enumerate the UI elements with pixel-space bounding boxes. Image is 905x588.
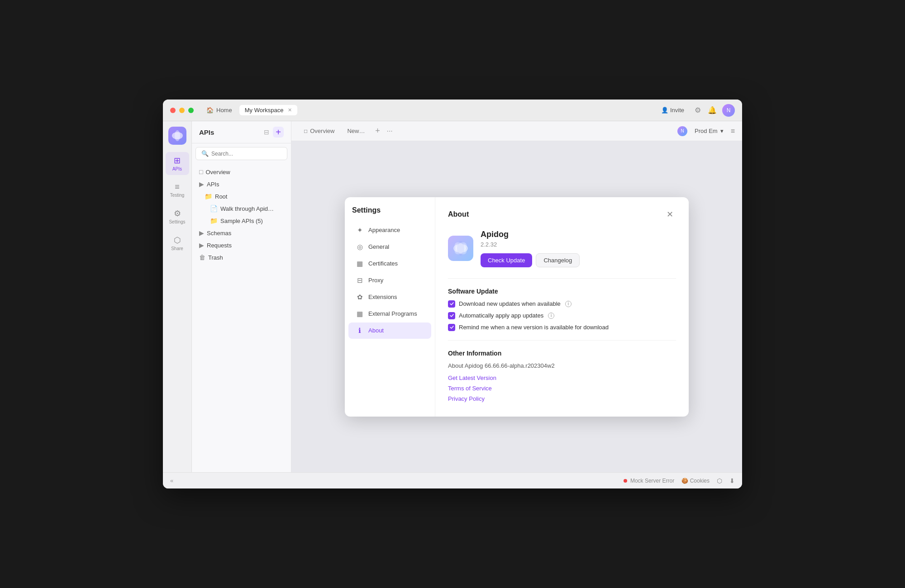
collapse-icon: «: [170, 477, 173, 484]
sidebar-item-testing[interactable]: ≡ Testing: [166, 179, 189, 201]
avatar[interactable]: N: [722, 104, 735, 117]
tree-item-trash[interactable]: 🗑 Trash: [194, 251, 289, 263]
about-text: About Apidog 66.66.66-alpha.r202304w2: [448, 362, 676, 369]
tab-bar: 🏠 Home My Workspace ✕: [201, 105, 657, 115]
appearance-icon: ✦: [356, 226, 364, 234]
settings-nav-certificates[interactable]: ▦ Certificates: [348, 256, 431, 272]
tree-item-schemas[interactable]: ▶ Schemas: [194, 227, 289, 239]
checkbox-download[interactable]: [448, 300, 455, 308]
tree-item-apis[interactable]: ▶ APIs: [194, 178, 289, 190]
sidebar-label-settings: Settings: [169, 219, 185, 224]
mock-server-status[interactable]: Mock Server Error: [624, 478, 675, 484]
apis-folder-icon: ▶: [199, 180, 204, 188]
content-header-right: N Prod Em ▾ ≡: [677, 126, 735, 136]
search-input[interactable]: [211, 151, 281, 157]
get-latest-version-link[interactable]: Get Latest Version: [448, 375, 676, 381]
extensions-icon: ✿: [356, 293, 364, 301]
settings-nav-proxy[interactable]: ⊟ Proxy: [348, 272, 431, 289]
tree-item-overview[interactable]: □ Overview: [194, 166, 289, 178]
check-update-button[interactable]: Check Update: [481, 253, 532, 267]
tab-workspace[interactable]: My Workspace ✕: [239, 105, 298, 115]
settings-icon: ⚙: [174, 209, 181, 218]
download-bottom-icon[interactable]: ⬇: [729, 477, 735, 484]
tree-item-walkthrough[interactable]: 📄 Walk through Apid…: [194, 203, 289, 214]
sidebar-item-share[interactable]: ⬡ Share: [166, 232, 189, 255]
menu-icon[interactable]: ≡: [731, 127, 735, 135]
content-area: □ Overview New… + ··· N Prod Em ▾ ≡: [291, 121, 742, 472]
other-info-title: Other Information: [448, 350, 676, 357]
settings-nav-extensions[interactable]: ✿ Extensions: [348, 289, 431, 305]
share-icon: ⬡: [174, 235, 181, 245]
external-programs-icon: ▦: [356, 310, 364, 318]
divider-2: [448, 340, 676, 341]
app-actions: Check Update Changelog: [481, 253, 580, 267]
gear-icon[interactable]: ⚙: [693, 106, 702, 115]
settings-layout: Settings ✦ Appearance ◎ General: [345, 197, 689, 417]
software-update-title: Software Update: [448, 288, 676, 295]
settings-nav-external-programs[interactable]: ▦ External Programs: [348, 306, 431, 322]
settings-page-title: About: [448, 210, 469, 218]
more-tabs-button[interactable]: ···: [385, 125, 394, 137]
privacy-policy-link[interactable]: Privacy Policy: [448, 395, 676, 402]
filter-icon[interactable]: ⊟: [264, 128, 269, 136]
general-icon: ◎: [356, 243, 364, 251]
settings-header: About ✕: [448, 208, 676, 221]
checkbox-row-auto-apply: Automatically apply app updates i: [448, 312, 676, 319]
trash-icon: 🗑: [199, 254, 205, 261]
schemas-icon: ▶: [199, 229, 204, 237]
sidebar-item-apis[interactable]: ⊞ APIs: [166, 152, 189, 175]
checkbox-auto-apply[interactable]: [448, 312, 455, 319]
checkbox-row-download: Download new updates when available i: [448, 300, 676, 308]
workspace-selector[interactable]: Prod Em ▾: [691, 126, 727, 136]
left-panel-actions: ⊟ +: [264, 127, 284, 138]
invite-button[interactable]: 👤 Invite: [657, 105, 688, 115]
tree-item-requests[interactable]: ▶ Requests: [194, 239, 289, 251]
content-tabs: □ Overview New… + ··· N Prod Em ▾ ≡: [291, 121, 742, 141]
sidebar-item-settings[interactable]: ⚙ Settings: [166, 205, 189, 228]
close-traffic-light[interactable]: [170, 108, 176, 113]
app-version: 2.2.32: [481, 241, 580, 248]
share-bottom-icon[interactable]: ⬡: [717, 477, 722, 484]
app-info: Apidog 2.2.32 Check Update Changelog: [481, 230, 580, 267]
changelog-button[interactable]: Changelog: [536, 253, 580, 267]
maximize-traffic-light[interactable]: [188, 108, 194, 113]
cookies-button[interactable]: 🍪 Cookies: [681, 478, 710, 484]
settings-nav-about[interactable]: ℹ About: [348, 322, 431, 339]
info-icon-auto-apply[interactable]: i: [548, 313, 554, 319]
tree-item-sample-apis[interactable]: 📁 Sample APIs (5): [194, 215, 289, 227]
root-folder-icon: 📁: [205, 193, 212, 200]
proxy-icon: ⊟: [356, 276, 364, 285]
tree-item-root[interactable]: 📁 Root: [194, 190, 289, 202]
doc-icon: 📄: [210, 205, 218, 212]
checkbox-remind[interactable]: [448, 324, 455, 331]
settings-nav-general[interactable]: ◎ General: [348, 239, 431, 255]
add-tab-button[interactable]: +: [372, 126, 383, 137]
checkbox-download-label: Download new updates when available: [459, 300, 561, 307]
chevron-down-icon: ▾: [720, 128, 724, 134]
checkbox-row-remind: Remind me when a new version is availabl…: [448, 324, 676, 331]
tab-workspace-label: My Workspace: [245, 107, 284, 114]
tab-overview[interactable]: □ Overview: [299, 125, 340, 137]
settings-sidebar: Settings ✦ Appearance ◎ General: [345, 197, 435, 417]
svg-point-1: [175, 130, 180, 141]
app-logo-sidebar[interactable]: [168, 127, 186, 145]
tab-home[interactable]: 🏠 Home: [201, 105, 238, 115]
settings-dialog: Settings ✦ Appearance ◎ General: [345, 197, 689, 417]
settings-title: Settings: [345, 206, 435, 222]
settings-nav-appearance[interactable]: ✦ Appearance: [348, 222, 431, 238]
bell-icon[interactable]: 🔔: [708, 106, 717, 115]
search-bar[interactable]: 🔍: [195, 147, 287, 160]
about-app-row: Apidog 2.2.32 Check Update Changelog: [448, 230, 676, 267]
tab-close-icon[interactable]: ✕: [288, 107, 292, 113]
left-panel-header: APIs ⊟ +: [192, 121, 291, 143]
collapse-button[interactable]: «: [170, 477, 173, 484]
tab-home-label: Home: [216, 107, 232, 114]
close-button[interactable]: ✕: [663, 208, 676, 221]
tab-new[interactable]: New…: [342, 125, 370, 137]
minimize-traffic-light[interactable]: [179, 108, 185, 113]
terms-of-service-link[interactable]: Terms of Service: [448, 385, 676, 392]
info-icon-download[interactable]: i: [565, 301, 572, 307]
add-icon[interactable]: +: [273, 127, 284, 138]
grid-icon: ⊞: [174, 156, 181, 166]
sample-folder-icon: 📁: [210, 217, 218, 224]
